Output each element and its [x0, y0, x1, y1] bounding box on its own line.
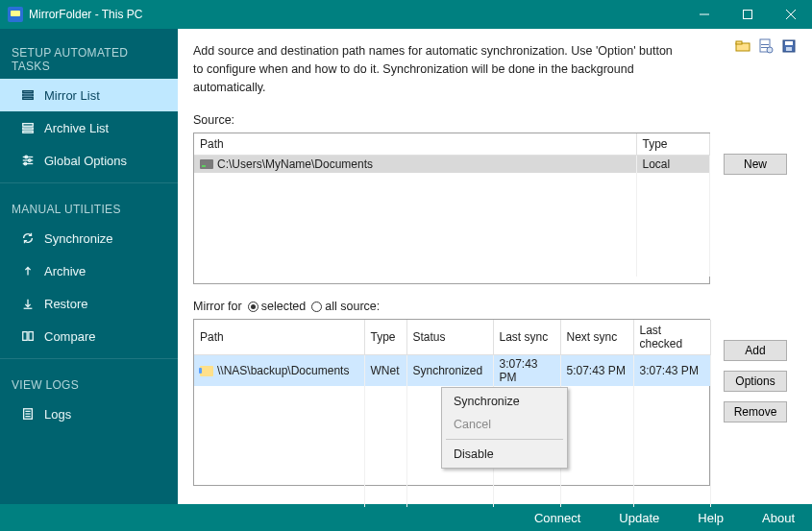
radio-selected[interactable]: selected: [248, 300, 307, 313]
table-row[interactable]: [194, 490, 710, 507]
source-header-path[interactable]: Path: [194, 133, 636, 156]
svg-rect-31: [786, 47, 792, 51]
mirror-row[interactable]: \\NAS\backup\Documents WNet Synchronized…: [194, 355, 710, 387]
sidebar-group-label: VIEW LOGS: [0, 365, 178, 398]
maximize-button[interactable]: [726, 0, 769, 29]
table-row[interactable]: [194, 242, 709, 259]
svg-rect-9: [23, 132, 34, 133]
remove-button[interactable]: Remove: [724, 401, 787, 422]
source-header-type[interactable]: Type: [636, 133, 709, 156]
status-about[interactable]: About: [762, 511, 795, 525]
close-button[interactable]: [769, 0, 812, 29]
sidebar-item-label: Mirror List: [44, 88, 100, 103]
sidebar-group-label: SETUP AUTOMATED TASKS: [0, 35, 178, 79]
sidebar-item-label: Archive List: [44, 121, 109, 135]
sidebar-separator: [0, 182, 178, 183]
svg-rect-4: [23, 91, 34, 93]
mirror-label-prefix: Mirror for: [193, 300, 242, 313]
radio-all-source[interactable]: all source:: [311, 300, 380, 313]
save-icon[interactable]: [781, 38, 797, 54]
drive-icon: [200, 159, 213, 169]
context-menu-synchronize[interactable]: Synchronize: [444, 390, 565, 413]
sidebar: SETUP AUTOMATED TASKS Mirror List Archiv…: [0, 29, 178, 504]
radio-icon: [311, 302, 322, 312]
status-connect[interactable]: Connect: [534, 511, 580, 525]
sidebar-item-label: Compare: [44, 329, 95, 344]
maximize-icon: [743, 10, 752, 19]
sidebar-item-archive-list[interactable]: Archive List: [0, 111, 178, 144]
svg-rect-30: [785, 41, 793, 45]
mirror-path: \\NAS\backup\Documents: [217, 364, 349, 377]
add-button[interactable]: Add: [724, 340, 787, 361]
sidebar-item-label: Synchronize: [44, 231, 113, 246]
table-row[interactable]: [194, 207, 709, 225]
table-row[interactable]: [194, 190, 709, 207]
app-icon: [8, 7, 23, 22]
svg-rect-18: [29, 332, 33, 341]
status-update[interactable]: Update: [619, 511, 659, 525]
radio-icon: [248, 302, 258, 312]
sliders-icon: [21, 154, 44, 167]
mirror-header-status[interactable]: Status: [406, 320, 493, 355]
svg-rect-1: [743, 11, 751, 19]
mirror-header-type[interactable]: Type: [364, 320, 406, 355]
status-bar: Connect Update Help About: [0, 504, 812, 531]
folder-icon[interactable]: [735, 38, 750, 54]
svg-rect-6: [23, 98, 34, 100]
options-button[interactable]: Options: [724, 371, 787, 392]
new-button[interactable]: New: [724, 154, 787, 175]
context-menu-disable[interactable]: Disable: [444, 443, 565, 466]
table-row[interactable]: [194, 259, 709, 277]
radio-all-label: all source:: [325, 300, 380, 313]
mirror-header-last-checked[interactable]: Last checked: [633, 320, 710, 355]
context-menu: Synchronize Cancel Disable: [441, 387, 568, 469]
sidebar-item-synchronize[interactable]: Synchronize: [0, 222, 178, 254]
context-menu-cancel: Cancel: [444, 413, 565, 436]
network-folder-icon: [200, 366, 213, 376]
svg-rect-7: [23, 124, 34, 127]
table-row[interactable]: [194, 472, 710, 490]
archive-list-icon: [21, 121, 44, 134]
source-table[interactable]: Path Type C:\Users\MyName\Documents Loca…: [193, 133, 710, 284]
sidebar-item-label: Restore: [44, 297, 88, 311]
sidebar-item-restore[interactable]: Restore: [0, 287, 178, 320]
source-type: Local: [636, 156, 709, 174]
mirror-next-sync: 5:07:43 PM: [560, 355, 633, 387]
list-icon: [21, 88, 44, 102]
status-help[interactable]: Help: [698, 511, 724, 525]
mirror-label-row: Mirror for selected all source:: [193, 300, 797, 313]
svg-rect-8: [23, 128, 34, 130]
properties-icon[interactable]: [758, 38, 774, 54]
svg-rect-26: [761, 44, 769, 45]
sidebar-item-global-options[interactable]: Global Options: [0, 144, 178, 177]
mirror-type: WNet: [364, 355, 406, 387]
mirror-last-sync: 3:07:43 PM: [493, 355, 560, 387]
svg-rect-24: [736, 41, 742, 44]
minimize-button[interactable]: [682, 0, 726, 29]
toolbar-icons: [735, 38, 797, 54]
sidebar-item-label: Global Options: [44, 154, 127, 168]
mirror-status: Synchronized: [406, 355, 493, 387]
sidebar-item-logs[interactable]: Logs: [0, 398, 178, 430]
svg-rect-5: [23, 94, 34, 96]
mirror-last-checked: 3:07:43 PM: [633, 355, 710, 387]
table-row[interactable]: [194, 225, 709, 242]
mirror-header-path[interactable]: Path: [194, 320, 364, 355]
archive-up-icon: [21, 264, 44, 278]
mirror-header-next-sync[interactable]: Next sync: [560, 320, 633, 355]
svg-point-28: [767, 47, 773, 53]
source-row[interactable]: C:\Users\MyName\Documents Local: [194, 156, 709, 174]
source-path: C:\Users\MyName\Documents: [217, 157, 373, 171]
window-title: MirrorFolder - This PC: [29, 8, 142, 21]
description-text: Add source and destination path names fo…: [193, 42, 683, 96]
sidebar-item-archive[interactable]: Archive: [0, 254, 178, 287]
restore-down-icon: [21, 297, 44, 310]
sidebar-group-label: MANUAL UTILITIES: [0, 189, 178, 222]
table-row[interactable]: [194, 173, 709, 190]
main-panel: Add source and destination path names fo…: [178, 29, 812, 504]
source-label: Source:: [193, 113, 797, 127]
title-bar: MirrorFolder - This PC: [0, 0, 812, 29]
sidebar-item-mirror-list[interactable]: Mirror List: [0, 79, 178, 111]
mirror-header-last-sync[interactable]: Last sync: [493, 320, 560, 355]
sidebar-item-compare[interactable]: Compare: [0, 320, 178, 352]
